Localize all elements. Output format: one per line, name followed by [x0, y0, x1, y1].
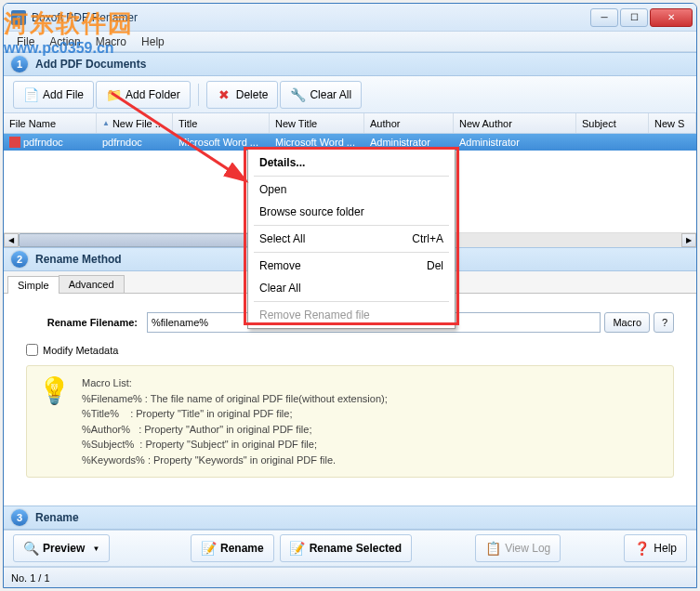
- bottom-toolbar: 🔍 Preview ▼ 📝 Rename 📝 Rename Selected 📋…: [4, 530, 696, 567]
- ctx-details[interactable]: Details...: [250, 151, 453, 174]
- section-3-header: 3 Rename: [4, 506, 696, 530]
- delete-icon: ✖: [217, 87, 231, 102]
- bulb-icon: 💡: [38, 375, 71, 467]
- menubar: File Action Macro Help: [4, 32, 696, 52]
- col-newtitle[interactable]: New Title: [270, 113, 364, 133]
- col-author[interactable]: Author: [364, 113, 454, 133]
- rename-selected-icon: 📝: [290, 541, 305, 556]
- sort-icon: ▲: [102, 119, 110, 127]
- statusbar: No. 1 / 1: [4, 567, 696, 587]
- col-newsubject[interactable]: New S: [649, 113, 696, 133]
- window-title: Boxoft PDF Renamer: [32, 11, 590, 24]
- delete-button[interactable]: ✖ Delete: [206, 81, 279, 109]
- ctx-select-all[interactable]: Select AllCtrl+A: [250, 228, 453, 250]
- rename-filename-label: Rename Filename:: [26, 317, 147, 328]
- log-icon: 📋: [485, 541, 500, 556]
- add-file-button[interactable]: 📄 Add File: [13, 81, 94, 109]
- section-1-title: Add PDF Documents: [35, 58, 146, 71]
- macro-text: Macro List: %Filename% : The file name o…: [82, 375, 388, 467]
- section-1-header: 1 Add PDF Documents: [4, 52, 696, 76]
- ctx-clear-all[interactable]: Clear All: [250, 277, 453, 299]
- ctx-open[interactable]: Open: [250, 178, 453, 201]
- step-1-badge: 1: [11, 56, 28, 72]
- col-title[interactable]: Title: [173, 113, 270, 133]
- search-icon: 🔍: [23, 541, 38, 556]
- scroll-right-button[interactable]: ▶: [681, 233, 696, 247]
- maximize-button[interactable]: ☐: [620, 8, 648, 27]
- clear-icon: 🔧: [290, 87, 305, 102]
- col-filename[interactable]: File Name: [4, 113, 97, 133]
- help-bottom-button[interactable]: ❓ Help: [624, 534, 687, 562]
- help-button[interactable]: ?: [654, 312, 674, 333]
- scroll-left-button[interactable]: ◀: [4, 233, 19, 247]
- add-folder-icon: 📁: [106, 87, 121, 102]
- tab-advanced[interactable]: Advanced: [59, 275, 125, 293]
- close-button[interactable]: ✕: [650, 8, 693, 27]
- modify-metadata-label: Modify Metadata: [43, 345, 118, 356]
- help-icon: ❓: [634, 541, 649, 556]
- preview-button[interactable]: 🔍 Preview ▼: [13, 534, 110, 562]
- menu-action[interactable]: Action: [42, 33, 87, 50]
- grid-header: File Name ▲New File ... Title New Title …: [4, 113, 696, 134]
- modify-metadata-checkbox[interactable]: [26, 344, 38, 356]
- rename-button[interactable]: 📝 Rename: [191, 534, 274, 562]
- chevron-down-icon: ▼: [92, 545, 99, 553]
- section-3-title: Rename: [35, 511, 79, 524]
- macro-help-box: 💡 Macro List: %Filename% : The file name…: [26, 365, 674, 478]
- col-newauthor[interactable]: New Author: [454, 113, 576, 133]
- step-3-badge: 3: [11, 509, 28, 526]
- rename-selected-button[interactable]: 📝 Rename Selected: [280, 534, 412, 562]
- rename-icon: 📝: [201, 541, 216, 556]
- clear-all-button[interactable]: 🔧 Clear All: [280, 81, 362, 109]
- top-toolbar: 📄 Add File 📁 Add Folder ✖ Delete 🔧 Clear…: [4, 76, 696, 113]
- add-folder-button[interactable]: 📁 Add Folder: [96, 81, 191, 109]
- menu-file[interactable]: File: [9, 33, 42, 50]
- tab-simple[interactable]: Simple: [7, 276, 59, 294]
- menu-macro[interactable]: Macro: [88, 33, 134, 50]
- ctx-remove[interactable]: RemoveDel: [250, 255, 453, 277]
- menu-help[interactable]: Help: [134, 33, 172, 50]
- view-log-button[interactable]: 📋 View Log: [475, 534, 561, 562]
- step-2-badge: 2: [11, 251, 28, 268]
- col-subject[interactable]: Subject: [576, 113, 649, 133]
- titlebar[interactable]: ▫ Boxoft PDF Renamer ─ ☐ ✕: [4, 4, 696, 32]
- minimize-button[interactable]: ─: [590, 8, 618, 27]
- context-menu: Details... Open Browse source folder Sel…: [247, 149, 456, 329]
- section-2-title: Rename Method: [35, 253, 122, 266]
- macro-button[interactable]: Macro: [604, 312, 650, 333]
- add-file-icon: 📄: [23, 87, 38, 102]
- toolbar-separator: [198, 84, 199, 106]
- ctx-remove-renamed: Remove Renamed file: [250, 304, 453, 326]
- col-newfile[interactable]: ▲New File ...: [97, 113, 173, 133]
- status-text: No. 1 / 1: [11, 572, 50, 584]
- app-icon: ▫: [11, 10, 26, 25]
- pdf-icon: [9, 137, 20, 148]
- ctx-browse[interactable]: Browse source folder: [250, 201, 453, 223]
